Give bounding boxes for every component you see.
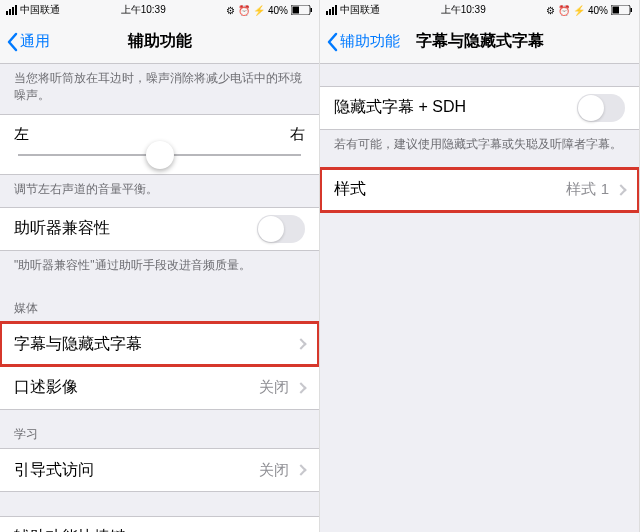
sdh-toggle[interactable] <box>577 94 625 122</box>
right-screen: 中国联通 上午10:39 ⚙ ⏰ ⚡ 40% 辅助功能 字幕与隐藏式字幕 隐藏式… <box>320 0 640 532</box>
battery-label: 40% <box>588 5 608 16</box>
guided-access-cell[interactable]: 引导式访问 关闭 <box>0 448 319 492</box>
svg-rect-5 <box>630 8 632 12</box>
audio-description-cell[interactable]: 口述影像 关闭 <box>0 366 319 410</box>
svg-rect-2 <box>310 8 312 12</box>
slider-thumb[interactable] <box>146 141 174 169</box>
svg-rect-1 <box>292 7 299 14</box>
guided-value: 关闭 <box>259 461 289 480</box>
signal-icon <box>6 5 17 15</box>
clock: 上午10:39 <box>121 3 166 17</box>
hearing-aid-toggle[interactable] <box>257 215 305 243</box>
sdh-cell[interactable]: 隐藏式字幕 + SDH <box>320 86 639 130</box>
accessibility-shortcut-cell[interactable]: 辅助功能快捷键 <box>0 516 319 532</box>
mic-hint: 当您将听筒放在耳边时，噪声消除将减少电话中的环境噪声。 <box>0 64 319 114</box>
left-screen: 中国联通 上午10:39 ⚙ ⏰ ⚡ 40% 通用 辅助功能 当您将听筒放在耳边… <box>0 0 320 532</box>
page-title: 字幕与隐藏式字幕 <box>416 31 544 52</box>
chevron-right-icon <box>295 382 306 393</box>
chevron-left-icon <box>6 32 18 52</box>
battery-label: 40% <box>268 5 288 16</box>
guided-label: 引导式访问 <box>14 460 259 481</box>
chevron-left-icon <box>326 32 338 52</box>
carrier-label: 中国联通 <box>340 3 380 17</box>
back-button[interactable]: 辅助功能 <box>320 32 400 52</box>
page-title: 辅助功能 <box>128 31 192 52</box>
learning-header: 学习 <box>0 410 319 449</box>
content-area: 当您将听筒放在耳边时，噪声消除将减少电话中的环境噪声。 左 右 调节左右声道的音… <box>0 64 319 532</box>
status-icons: ⚙ ⏰ ⚡ <box>226 5 265 16</box>
subtitles-label: 字幕与隐藏式字幕 <box>14 334 289 355</box>
style-value: 样式 1 <box>566 180 609 199</box>
subtitles-cell[interactable]: 字幕与隐藏式字幕 <box>0 322 319 366</box>
battery-icon <box>611 5 633 15</box>
media-header: 媒体 <box>0 284 319 323</box>
balance-slider[interactable] <box>18 154 301 156</box>
back-label: 通用 <box>20 32 50 51</box>
audio-desc-value: 关闭 <box>259 378 289 397</box>
style-cell[interactable]: 样式 样式 1 <box>320 168 639 212</box>
balance-slider-cell: 左 右 <box>0 114 319 175</box>
chevron-right-icon <box>295 339 306 350</box>
navbar: 辅助功能 字幕与隐藏式字幕 <box>320 20 639 64</box>
balance-right-label: 右 <box>290 125 305 144</box>
chevron-right-icon <box>615 184 626 195</box>
style-label: 样式 <box>334 179 566 200</box>
balance-hint: 调节左右声道的音量平衡。 <box>0 175 319 208</box>
navbar: 通用 辅助功能 <box>0 20 319 64</box>
status-bar: 中国联通 上午10:39 ⚙ ⏰ ⚡ 40% <box>0 0 319 20</box>
sdh-label: 隐藏式字幕 + SDH <box>334 97 577 118</box>
balance-left-label: 左 <box>14 125 29 144</box>
clock: 上午10:39 <box>441 3 486 17</box>
signal-icon <box>326 5 337 15</box>
hearing-aid-cell[interactable]: 助听器兼容性 <box>0 207 319 251</box>
shortcut-label: 辅助功能快捷键 <box>14 527 289 532</box>
chevron-right-icon <box>295 465 306 476</box>
sdh-hint: 若有可能，建议使用隐藏式字幕或失聪及听障者字幕。 <box>320 130 639 163</box>
back-label: 辅助功能 <box>340 32 400 51</box>
carrier-label: 中国联通 <box>20 3 60 17</box>
back-button[interactable]: 通用 <box>0 32 50 52</box>
svg-rect-4 <box>612 7 619 14</box>
content-area: 隐藏式字幕 + SDH 若有可能，建议使用隐藏式字幕或失聪及听障者字幕。 样式 … <box>320 64 639 532</box>
audio-desc-label: 口述影像 <box>14 377 259 398</box>
battery-icon <box>291 5 313 15</box>
status-bar: 中国联通 上午10:39 ⚙ ⏰ ⚡ 40% <box>320 0 639 20</box>
hearing-aid-hint: "助听器兼容性"通过助听手段改进音频质量。 <box>0 251 319 284</box>
hearing-aid-label: 助听器兼容性 <box>14 218 257 239</box>
status-icons: ⚙ ⏰ ⚡ <box>546 5 585 16</box>
